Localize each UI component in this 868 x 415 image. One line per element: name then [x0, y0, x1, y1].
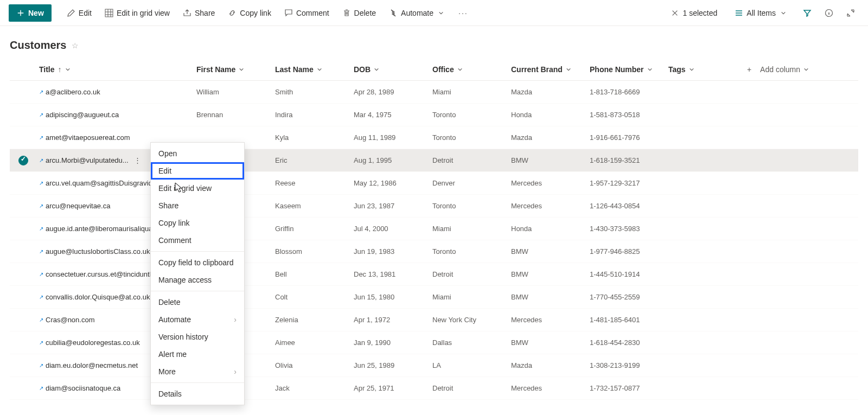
chevron-down-icon	[317, 67, 322, 72]
col-brand[interactable]: Current Brand	[509, 65, 588, 74]
info-button[interactable]	[820, 4, 838, 22]
edit-grid-button[interactable]: Edit in grid view	[98, 5, 176, 21]
table-row[interactable]: ↗consectetuer.cursus.et@tinciduntlBellDe…	[10, 263, 858, 286]
item-link-icon: ↗	[39, 157, 43, 163]
new-label: New	[28, 9, 44, 17]
view-switcher[interactable]: All Items	[728, 5, 794, 21]
menu-edit-grid[interactable]: Edit in grid view	[151, 180, 244, 197]
copylink-label: Copy link	[240, 9, 271, 17]
col-phone-label: Phone Number	[590, 65, 644, 74]
cell-last-name: Kaseem	[273, 202, 352, 210]
expand-button[interactable]	[842, 4, 859, 22]
menu-alert-me[interactable]: Alert me	[151, 346, 244, 363]
col-first-label: First Name	[196, 65, 235, 74]
row-context-menu: Open Edit Edit in grid view Share Copy l…	[150, 142, 245, 400]
col-title[interactable]: Title↑	[37, 65, 194, 74]
cell-title[interactable]: ↗adipiscing@augueut.ca	[37, 111, 194, 119]
cell-office: New York City	[430, 316, 509, 324]
cell-first-name: Brennan	[194, 111, 273, 119]
table-row[interactable]: ↗convallis.dolor.Quisque@at.co.ukColtJun…	[10, 286, 858, 309]
col-dob[interactable]: DOB	[352, 65, 430, 74]
edit-button[interactable]: Edit	[60, 5, 98, 21]
cell-dob: Jul 4, 2000	[352, 225, 430, 233]
list-icon	[735, 9, 743, 17]
col-office[interactable]: Office	[430, 65, 509, 74]
cell-office: Denver	[430, 179, 509, 187]
row-more-icon[interactable]: ⋮	[131, 156, 144, 164]
menu-automate[interactable]: Automate›	[151, 311, 244, 328]
table-row[interactable]: ↗arcu@nequevitae.caKaseemJun 23, 1987Tor…	[10, 195, 858, 218]
cell-brand: Mercedes	[509, 202, 588, 210]
share-button[interactable]: Share	[176, 5, 221, 21]
table-row[interactable]: ↗diam.eu.dolor@necmetus.netOliviaJun 25,…	[10, 354, 858, 377]
filter-button[interactable]	[799, 4, 816, 22]
col-first-name[interactable]: First Name	[194, 65, 273, 74]
cell-dob: Apr 25, 1971	[352, 384, 430, 392]
automate-label: Automate	[401, 9, 433, 17]
cell-dob: Jun 25, 1989	[352, 361, 430, 369]
close-icon	[671, 9, 679, 17]
menu-copy-field[interactable]: Copy field to clipboard	[151, 254, 244, 271]
comment-label: Comment	[296, 9, 329, 17]
cell-dob: Mar 4, 1975	[352, 111, 430, 119]
item-link-icon: ↗	[39, 226, 43, 232]
trash-icon	[342, 9, 351, 17]
item-link-icon: ↗	[39, 385, 43, 391]
menu-copylink[interactable]: Copy link	[151, 214, 244, 232]
cell-phone: 1-481-185-6401	[588, 316, 666, 324]
cell-office: Dallas	[430, 339, 509, 347]
add-column-button[interactable]: + Add column	[745, 65, 858, 74]
plus-icon: +	[747, 65, 751, 74]
delete-button[interactable]: Delete	[336, 5, 382, 21]
favorite-star-icon[interactable]: ☆	[72, 41, 79, 50]
menu-copyfield-label: Copy field to clipboard	[158, 258, 234, 267]
ellipsis-icon: ···	[458, 9, 468, 17]
cell-last-name: Zelenia	[273, 316, 352, 324]
comment-button[interactable]: Comment	[278, 5, 336, 21]
cell-office: Toronto	[430, 202, 509, 210]
table-row[interactable]: ↗augue.id.ante@liberomaurisaliquaGriffin…	[10, 218, 858, 240]
plus-icon	[16, 9, 25, 17]
cell-title[interactable]: ↗a@aclibero.co.uk	[37, 88, 194, 96]
table-row[interactable]: ↗augue@luctuslobortisClass.co.ukBlossomJ…	[10, 240, 858, 263]
cell-last-name: Colt	[273, 293, 352, 301]
chevron-down-icon	[239, 67, 244, 72]
automate-button[interactable]: Automate	[382, 5, 452, 21]
cell-phone: 1-618-159-3521	[588, 156, 666, 164]
menu-open[interactable]: Open	[151, 145, 244, 162]
menu-comment[interactable]: Comment	[151, 232, 244, 249]
col-last-name[interactable]: Last Name	[273, 65, 352, 74]
table-row[interactable]: ↗cubilia@eudoloregestas.co.ukAimeeJan 9,…	[10, 331, 858, 354]
menu-edit[interactable]: Edit	[151, 162, 244, 180]
column-header-row: Title↑ First Name Last Name DOB Office C…	[10, 58, 858, 81]
table-row[interactable]: ↗amet@vitaeposuereat.comKylaAug 11, 1989…	[10, 126, 858, 149]
cell-title[interactable]: ↗amet@vitaeposuereat.com	[37, 133, 194, 142]
cell-brand: BMW	[509, 293, 588, 301]
table-row[interactable]: ↗a@aclibero.co.ukWilliamSmithApr 28, 198…	[10, 81, 858, 104]
more-button[interactable]: ···	[452, 5, 475, 21]
edit-label: Edit	[79, 9, 92, 17]
cell-last-name: Kyla	[273, 133, 352, 142]
table-row[interactable]: ↗Cras@non.comZeleniaApr 1, 1972New York …	[10, 309, 858, 331]
menu-open-label: Open	[158, 149, 177, 158]
clear-selection-button[interactable]: 1 selected	[664, 5, 724, 21]
menu-delete[interactable]: Delete	[151, 293, 244, 311]
col-tags[interactable]: Tags	[666, 65, 745, 74]
copylink-button[interactable]: Copy link	[221, 5, 278, 21]
menu-more[interactable]: More›	[151, 363, 244, 380]
row-selected-icon[interactable]	[18, 156, 28, 165]
col-dob-label: DOB	[354, 65, 371, 74]
table-row[interactable]: ↗adipiscing@augueut.caBrennanIndiraMar 4…	[10, 104, 858, 126]
menu-details[interactable]: Details	[151, 385, 244, 400]
menu-version-history[interactable]: Version history	[151, 328, 244, 346]
table-row[interactable]: ↗diam@sociisnatoque.caJackApr 25, 1971De…	[10, 377, 858, 400]
new-button[interactable]: New	[9, 4, 52, 22]
table-row[interactable]: ↗arcu.Morbi@vulputatedu...⋮EricAug 1, 19…	[10, 149, 858, 172]
table-row[interactable]: ↗arcu.vel.quam@sagittisDuisgravidReeseMa…	[10, 172, 858, 195]
item-link-icon: ↗	[39, 248, 43, 254]
menu-manage-access[interactable]: Manage access	[151, 271, 244, 289]
col-phone[interactable]: Phone Number	[588, 65, 666, 74]
menu-share[interactable]: Share	[151, 197, 244, 214]
cell-dob: Aug 11, 1989	[352, 133, 430, 142]
cell-phone: 1-916-661-7976	[588, 133, 666, 142]
